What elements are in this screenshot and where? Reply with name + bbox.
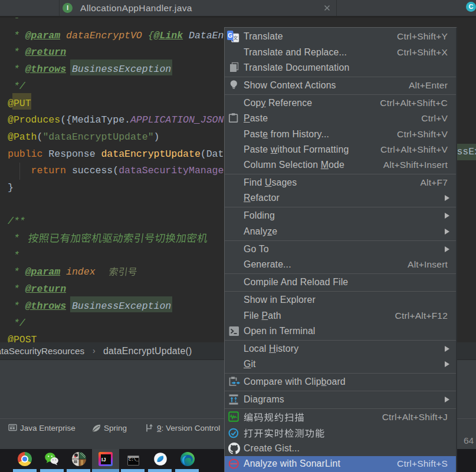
svg-text:G: G (228, 32, 232, 39)
